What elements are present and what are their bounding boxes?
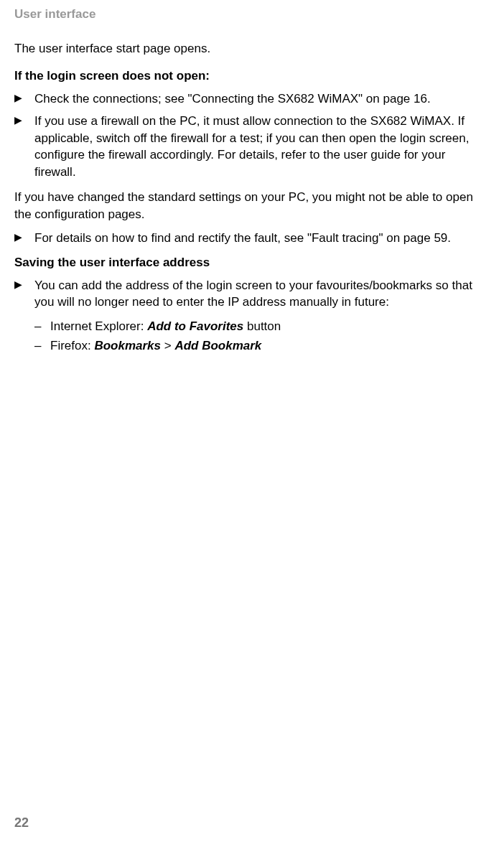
section-heading-login: If the login screen does not open: (14, 69, 482, 83)
page-header: User interface (14, 7, 482, 22)
sublist-item-ff: – Firefox: Bookmarks > Add Bookmark (34, 337, 482, 354)
saving-address-list: ▶ You can add the address of the login s… (14, 277, 482, 355)
browser-sublist: – Internet Explorer: Add to Favorites bu… (34, 318, 482, 355)
arrow-icon: ▶ (14, 230, 22, 244)
arrow-icon: ▶ (14, 91, 22, 105)
arrow-icon: ▶ (14, 113, 22, 127)
list-item: ▶ For details on how to find and rectify… (14, 230, 482, 246)
list-item: ▶ If you use a firewall on the PC, it mu… (14, 113, 482, 180)
sublist-ie-prefix: Internet Explorer: (50, 319, 147, 333)
list-item-text: You can add the address of the login scr… (34, 279, 472, 309)
dash-icon: – (34, 337, 41, 354)
list-item-text: For details on how to find and rectify t… (34, 231, 451, 245)
arrow-icon: ▶ (14, 278, 22, 291)
dash-icon: – (34, 318, 41, 335)
fault-tracing-list: ▶ For details on how to find and rectify… (14, 230, 482, 246)
page-number: 22 (14, 815, 29, 831)
mid-paragraph: If you have changed the standard setting… (14, 189, 482, 223)
sublist-ff-bold2: Add Bookmark (174, 339, 261, 352)
section-heading-saving: Saving the user interface address (14, 256, 482, 270)
sublist-item-ie: – Internet Explorer: Add to Favorites bu… (34, 318, 482, 335)
list-item-text: Check the connections; see "Connecting t… (34, 92, 431, 106)
list-item-text: If you use a firewall on the PC, it must… (34, 114, 469, 178)
login-troubleshoot-list: ▶ Check the connections; see "Connecting… (14, 90, 482, 180)
sublist-ie-suffix: button (243, 319, 281, 333)
sublist-ff-bold1: Bookmarks (94, 339, 161, 352)
sublist-ff-sep: > (161, 339, 174, 352)
list-item: ▶ You can add the address of the login s… (14, 277, 482, 355)
sublist-ie-bold: Add to Favorites (147, 319, 243, 333)
sublist-ff-prefix: Firefox: (50, 339, 94, 352)
list-item: ▶ Check the connections; see "Connecting… (14, 90, 482, 107)
intro-paragraph: The user interface start page opens. (14, 42, 482, 56)
